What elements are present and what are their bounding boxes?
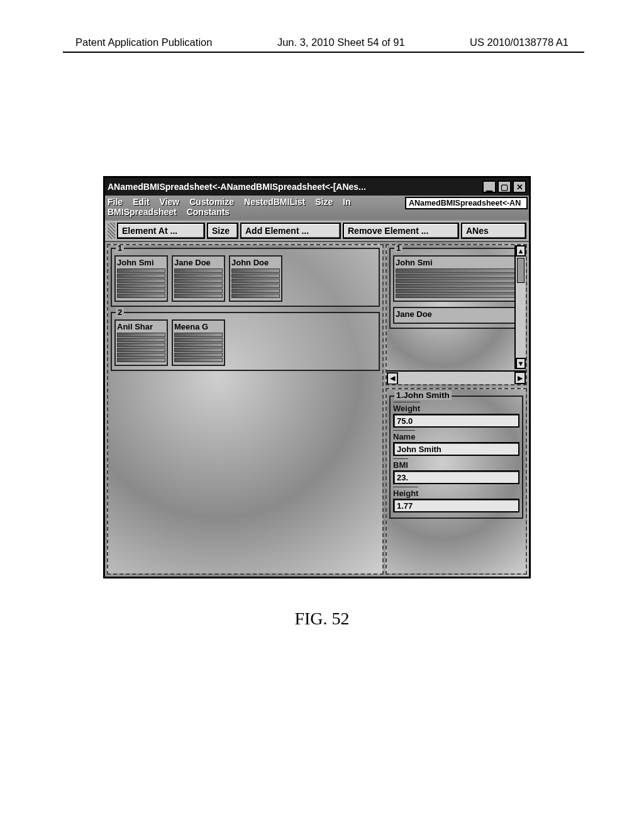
- right-group-1-label: 1: [394, 244, 402, 253]
- scroll-thumb[interactable]: [517, 258, 525, 283]
- card-body: [174, 268, 223, 298]
- card-body: [117, 333, 165, 362]
- left-pane: 1 John Smi Jane Doe: [107, 244, 384, 575]
- group-2-label: 2: [116, 307, 124, 317]
- maximize-button[interactable]: ▢: [497, 180, 511, 193]
- right-list-pane: 1 John Smi Jane Doe ▲: [386, 244, 527, 385]
- card-meena-g[interactable]: Meena G: [172, 319, 225, 366]
- figure-caption: FIG. 52: [0, 609, 644, 629]
- menu-bar: File Edit View Customize NestedBMIList S…: [105, 196, 529, 219]
- content-area: 1 John Smi Jane Doe: [105, 242, 529, 577]
- field-bmi: BMI: [393, 458, 519, 484]
- toolbar-grip-icon[interactable]: [108, 223, 115, 239]
- card-body: [396, 268, 517, 298]
- header-left: Patent Application Publication: [75, 36, 212, 48]
- weight-input[interactable]: [393, 414, 519, 428]
- field-name: Name: [393, 430, 519, 456]
- menu-file[interactable]: File: [108, 197, 123, 207]
- card-body: [174, 333, 223, 362]
- card-body: [117, 268, 165, 298]
- height-input[interactable]: [393, 499, 519, 512]
- card-label: John Smi: [117, 258, 165, 267]
- scroll-up-icon[interactable]: ▲: [516, 245, 526, 257]
- bmi-input[interactable]: [393, 470, 519, 484]
- menu-in[interactable]: In: [343, 197, 350, 207]
- anes-button[interactable]: ANes: [461, 223, 526, 239]
- right-pane: 1 John Smi Jane Doe ▲: [386, 244, 527, 575]
- field-weight: Weight: [393, 402, 519, 428]
- height-label: Height: [393, 487, 418, 498]
- card-john-smi[interactable]: John Smi: [114, 255, 168, 302]
- card-label: Jane Doe: [174, 258, 223, 267]
- scroll-left-icon[interactable]: ◀: [387, 372, 398, 385]
- group-2[interactable]: 2 Anil Shar Meena G: [111, 312, 380, 371]
- header-right: US 2010/0138778 A1: [470, 36, 569, 48]
- right-card-john-smi[interactable]: John Smi: [393, 255, 519, 302]
- card-label: Anil Shar: [117, 322, 165, 331]
- detail-pane: 1.John Smith Weight Name BMI Height: [386, 388, 527, 575]
- window-title: ANamedBMISpreadsheet<-ANamedBMISpreadshe…: [108, 182, 482, 192]
- scroll-down-icon[interactable]: ▼: [516, 358, 526, 369]
- group-1[interactable]: 1 John Smi Jane Doe: [111, 248, 380, 307]
- header-center: Jun. 3, 2010 Sheet 54 of 91: [277, 36, 405, 48]
- card-jane-doe[interactable]: Jane Doe: [172, 255, 225, 302]
- close-button[interactable]: ✕: [513, 180, 526, 193]
- breadcrumb-dropdown[interactable]: ANamedBMISpreadsheet<-AN: [405, 197, 528, 209]
- menu-view[interactable]: View: [160, 197, 180, 207]
- size-button[interactable]: Size: [207, 223, 238, 239]
- menu-edit[interactable]: Edit: [133, 197, 149, 207]
- minimize-button[interactable]: ▁: [482, 180, 496, 193]
- name-input[interactable]: [393, 442, 519, 456]
- toolbar: Element At ... Size Add Element ... Remo…: [105, 219, 529, 242]
- page-header: Patent Application Publication Jun. 3, 2…: [0, 36, 644, 48]
- card-body: [231, 268, 280, 298]
- card-label: Jane Doe: [396, 309, 517, 319]
- card-john-doe[interactable]: John Doe: [229, 255, 282, 302]
- scroll-right-icon[interactable]: ▶: [514, 372, 526, 384]
- menu-bmispreadsheet[interactable]: BMISpreadsheet: [108, 207, 177, 217]
- bmi-label: BMI: [393, 458, 408, 470]
- element-at-button[interactable]: Element At ...: [117, 223, 205, 239]
- app-window: ANamedBMISpreadsheet<-ANamedBMISpreadshe…: [103, 176, 531, 578]
- vertical-scrollbar[interactable]: ▲ ▼: [514, 245, 526, 369]
- header-rule: [63, 52, 584, 53]
- right-card-jane-doe[interactable]: Jane Doe: [393, 307, 519, 324]
- add-element-button[interactable]: Add Element ...: [240, 223, 341, 239]
- menu-constants[interactable]: Constants: [187, 207, 230, 217]
- menu-nestedbmilist[interactable]: NestedBMIList: [244, 197, 305, 207]
- remove-element-button[interactable]: Remove Element ...: [343, 223, 459, 239]
- horizontal-scrollbar[interactable]: ◀ ▶: [387, 370, 526, 384]
- field-height: Height: [393, 487, 519, 512]
- card-label: John Doe: [231, 258, 280, 267]
- name-label: Name: [393, 430, 415, 441]
- menu-size[interactable]: Size: [315, 197, 333, 207]
- detail-title: 1.John Smith: [394, 390, 452, 400]
- weight-label: Weight: [393, 402, 420, 413]
- menu-customize[interactable]: Customize: [189, 197, 234, 207]
- card-anil-shar[interactable]: Anil Shar: [114, 319, 168, 366]
- card-label: Meena G: [174, 322, 223, 331]
- right-group-1[interactable]: 1 John Smi Jane Doe: [389, 248, 523, 329]
- title-bar[interactable]: ANamedBMISpreadsheet<-ANamedBMISpreadshe…: [105, 178, 529, 196]
- card-label: John Smi: [396, 258, 517, 267]
- detail-group: 1.John Smith Weight Name BMI Height: [389, 396, 523, 519]
- group-1-label: 1: [116, 244, 124, 253]
